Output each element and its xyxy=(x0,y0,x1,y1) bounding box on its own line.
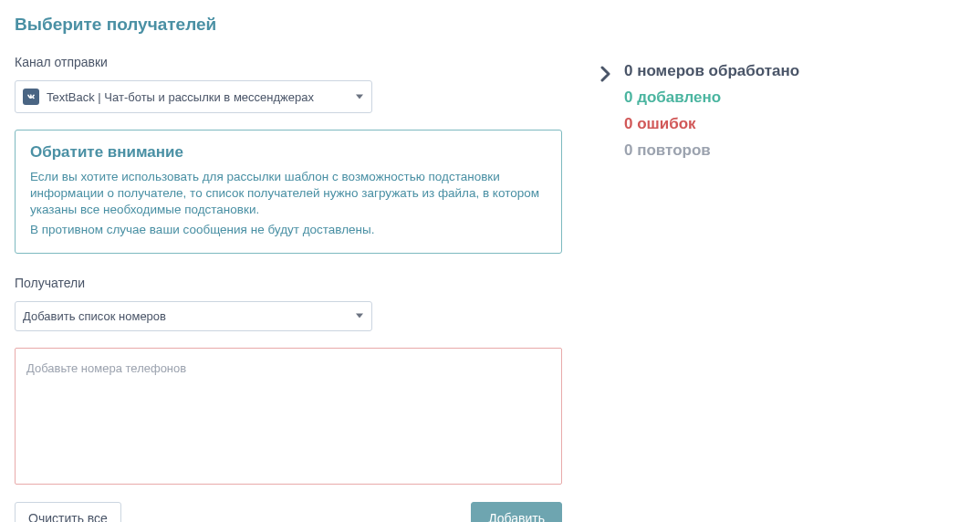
info-panel: Обратите внимание Если вы хотите использ… xyxy=(15,130,562,254)
expand-stats-button[interactable] xyxy=(599,64,613,87)
info-text-2: В противном случае ваши сообщения не буд… xyxy=(30,222,547,238)
page-title: Выберите получателей xyxy=(15,15,562,35)
info-text-1: Если вы хотите использовать для рассылки… xyxy=(30,169,547,219)
stat-errors: 0 ошибок xyxy=(624,115,799,133)
stat-repeats: 0 повторов xyxy=(624,141,799,160)
channel-select[interactable]: TextBack | Чат-боты и рассылки в мессенд… xyxy=(15,80,372,113)
add-button[interactable]: Добавить xyxy=(471,502,562,522)
recipients-select-text: Добавить список номеров xyxy=(23,309,166,323)
info-title: Обратите внимание xyxy=(30,143,547,162)
chevron-down-icon xyxy=(356,95,363,99)
recipients-label: Получатели xyxy=(15,276,562,290)
channel-label: Канал отправки xyxy=(15,55,562,69)
clear-all-button[interactable]: Очистить все xyxy=(15,502,121,522)
channel-select-text: TextBack | Чат-боты и рассылки в мессенд… xyxy=(47,90,314,104)
phone-numbers-input[interactable] xyxy=(15,348,562,485)
stat-added: 0 добавлено xyxy=(624,89,799,107)
vk-icon xyxy=(23,89,39,105)
stat-processed: 0 номеров обработано xyxy=(624,62,799,80)
recipients-select[interactable]: Добавить список номеров xyxy=(15,301,372,331)
chevron-down-icon xyxy=(356,314,363,318)
chevron-right-icon xyxy=(600,66,611,82)
stats-panel: 0 номеров обработано 0 добавлено 0 ошибо… xyxy=(624,62,799,160)
